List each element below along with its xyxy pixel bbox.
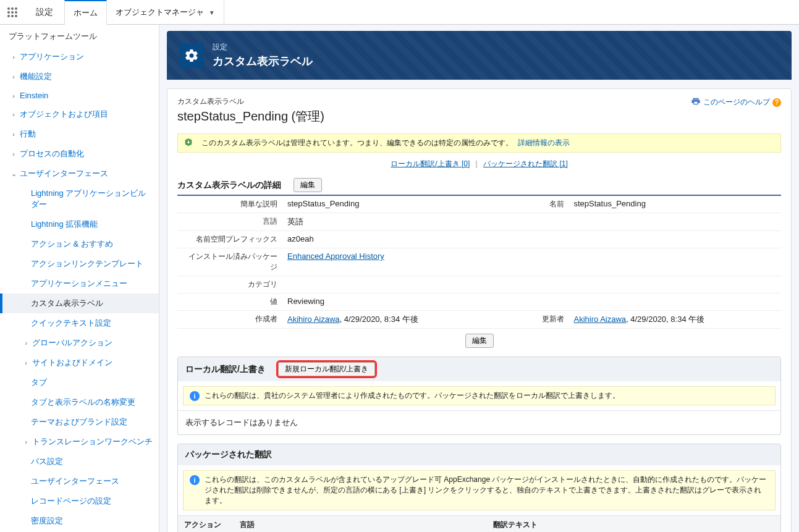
page-title: カスタム表示ラベル — [213, 54, 313, 69]
svg-point-6 — [7, 15, 10, 17]
modifier-ts: , 4/29/2020, 8:34 午後 — [626, 315, 704, 324]
detail-section-head: カスタム表示ラベルの詳細 編集 — [177, 178, 781, 196]
app-launcher-icon[interactable] — [0, 0, 25, 25]
gear-icon — [179, 43, 204, 68]
value-name: stepStatus_Pending — [569, 196, 782, 213]
value-lang: 英語 — [282, 213, 781, 231]
main-content: 設定 カスタム表示ラベル このページのヘルプ ? カスタム表示ラベル stepS… — [159, 25, 799, 532]
managed-banner: このカスタム表示ラベルは管理されています。つまり、編集できるのは特定の属性のみで… — [177, 133, 781, 153]
value-val: Reviewing — [282, 293, 781, 311]
detail-table: 簡単な説明 stepStatus_Pending 名前 stepStatus_P… — [177, 196, 781, 329]
sidebar-item-actions[interactable]: ›行動 — [0, 124, 159, 144]
modifier-link[interactable]: Akihiro Aizawa — [574, 315, 627, 324]
local-section-title: ローカル翻訳/上書き — [185, 364, 266, 375]
svg-point-4 — [11, 11, 14, 14]
sidebar-item-einstein[interactable]: ›Einstein — [0, 87, 159, 104]
detail-section-title: カスタム表示ラベルの詳細 — [177, 180, 281, 191]
help-link[interactable]: このページのヘルプ ? — [691, 96, 781, 108]
pkg-table: アクション 言語 翻訳テキスト 上書き 日本語 レビュー中 — [178, 515, 780, 532]
label-modifier: 更新者 — [495, 311, 569, 329]
svg-point-3 — [7, 11, 10, 14]
chevron-down-icon: ⌄ — [9, 170, 19, 178]
chevron-right-icon: › — [21, 438, 31, 445]
edit-button-bottom[interactable]: 編集 — [465, 334, 494, 348]
th-text: 翻訳テキスト — [487, 516, 780, 533]
top-bar: 設定 ホーム オブジェクトマネージャ ▼ — [0, 0, 799, 25]
chevron-right-icon: › — [9, 111, 19, 118]
sidebar-child-app-menu[interactable]: アプリケーションメニュー — [0, 274, 159, 293]
label-short-desc: 簡単な説明 — [177, 196, 282, 213]
sidebar-child-sites[interactable]: ›サイトおよびドメイン — [0, 353, 159, 373]
sidebar-child-ui[interactable]: ユーザインターフェース — [0, 471, 159, 491]
label-creator: 作成者 — [177, 311, 282, 329]
sidebar-child-lightning-ext[interactable]: Lightning 拡張機能 — [0, 214, 159, 234]
value-pkg-link[interactable]: Enhanced Approval History — [287, 251, 384, 261]
chevron-down-icon: ▼ — [209, 9, 215, 16]
sidebar-item-features[interactable]: ›機能設定 — [0, 67, 159, 87]
sidebar-item-ui[interactable]: ⌄ユーザインターフェース — [0, 164, 159, 184]
sidebar-child-rename-tabs[interactable]: タブと表示ラベルの名称変更 — [0, 392, 159, 412]
sidebar-item-objects[interactable]: ›オブジェクトおよび項目 — [0, 104, 159, 124]
package-icon — [184, 138, 193, 148]
svg-point-5 — [15, 11, 17, 14]
sidebar-child-action-link[interactable]: アクションリンクテンプレート — [0, 254, 159, 274]
chevron-right-icon: › — [9, 150, 19, 158]
sidebar-child-record-page[interactable]: レコードページの設定 — [0, 491, 159, 511]
edit-button-top[interactable]: 編集 — [294, 178, 322, 192]
label-lang: 言語 — [177, 213, 282, 231]
value-ns: az0eah — [282, 231, 781, 248]
sidebar-child-quick-text[interactable]: クイックテキスト設定 — [0, 313, 159, 333]
tab-object-manager[interactable]: オブジェクトマネージャ ▼ — [107, 1, 224, 24]
label-cat: カテゴリ — [177, 276, 282, 293]
sidebar-item-application[interactable]: ›アプリケーション — [0, 47, 159, 67]
label-val: 値 — [177, 293, 282, 311]
sidebar-child-density[interactable]: 密度設定 — [0, 511, 159, 531]
sidebar-child-themes[interactable]: テーマおよびブランド設定 — [0, 412, 159, 432]
content-panel: このページのヘルプ ? カスタム表示ラベル stepStatus_Pending… — [167, 88, 792, 532]
sidebar-group-title: プラットフォームツール — [0, 25, 159, 47]
sidebar-child-path[interactable]: パス設定 — [0, 452, 159, 471]
managed-banner-link[interactable]: 詳細情報の表示 — [518, 138, 570, 148]
chevron-right-icon: › — [21, 339, 31, 347]
chevron-right-icon: › — [9, 92, 19, 99]
sidebar-child-app-builder[interactable]: Lightning アプリケーションビルダー — [0, 184, 159, 214]
label-pkg: インストール済みパッケージ — [177, 248, 282, 276]
svg-point-2 — [15, 7, 17, 10]
sidebar-child-custom-labels[interactable]: カスタム表示ラベル — [0, 293, 159, 313]
sidebar-child-tabs[interactable]: タブ — [0, 373, 159, 392]
tab-home[interactable]: ホーム — [64, 0, 107, 25]
new-local-translation-button[interactable]: 新規ローカル翻訳/上書き — [278, 362, 375, 376]
chevron-right-icon: › — [9, 130, 19, 138]
no-records-text: 表示するレコードはありません — [178, 410, 780, 434]
label-ns: 名前空間プレフィックス — [177, 231, 282, 248]
tab-object-manager-label: オブジェクトマネージャ — [116, 7, 204, 17]
help-link-label: このページのヘルプ — [703, 97, 770, 108]
sidebar-child-global-actions[interactable]: ›グローバルアクション — [0, 333, 159, 353]
th-lang: 言語 — [234, 516, 487, 533]
sidebar-item-process[interactable]: ›プロセスの自動化 — [0, 144, 159, 164]
creator-link[interactable]: Akihiro Aizawa — [287, 315, 340, 324]
svg-point-0 — [7, 7, 10, 10]
svg-point-1 — [11, 7, 14, 10]
sidebar-child-actions-rec[interactable]: アクション & おすすめ — [0, 234, 159, 254]
creator-ts: , 4/29/2020, 8:34 午後 — [340, 315, 418, 324]
sidebar-child-translation[interactable]: ›トランスレーションワークベンチ — [0, 432, 159, 452]
printer-icon — [691, 96, 701, 108]
pkg-section-title: パッケージされた翻訳 — [185, 449, 272, 460]
value-cat — [282, 276, 781, 293]
anchor-pkg[interactable]: パッケージされた翻訳 [1] — [483, 159, 568, 168]
help-icon: ? — [772, 98, 781, 107]
anchor-local[interactable]: ローカル翻訳/上書き [0] — [391, 159, 470, 168]
chevron-right-icon: › — [9, 53, 19, 61]
managed-banner-text: このカスタム表示ラベルは管理されています。つまり、編集できるのは特定の属性のみで… — [201, 138, 513, 148]
breadcrumb: 設定 — [213, 42, 313, 53]
chevron-right-icon: › — [21, 359, 31, 366]
label-name: 名前 — [495, 196, 569, 213]
pkg-info-text: これらの翻訳は、このカスタムラベルが含まれているアップグレード可 AppExch… — [205, 475, 769, 506]
local-translations-section: ローカル翻訳/上書き 新規ローカル翻訳/上書き i これらの翻訳は、貴社のシステ… — [177, 357, 781, 435]
content-title: stepStatus_Pending (管理) — [177, 108, 781, 125]
page-header: 設定 カスタム表示ラベル — [167, 31, 792, 80]
pkg-info-banner: i これらの翻訳は、このカスタムラベルが含まれているアップグレード可 AppEx… — [183, 470, 776, 510]
info-icon: i — [190, 391, 200, 401]
svg-point-7 — [11, 15, 14, 17]
